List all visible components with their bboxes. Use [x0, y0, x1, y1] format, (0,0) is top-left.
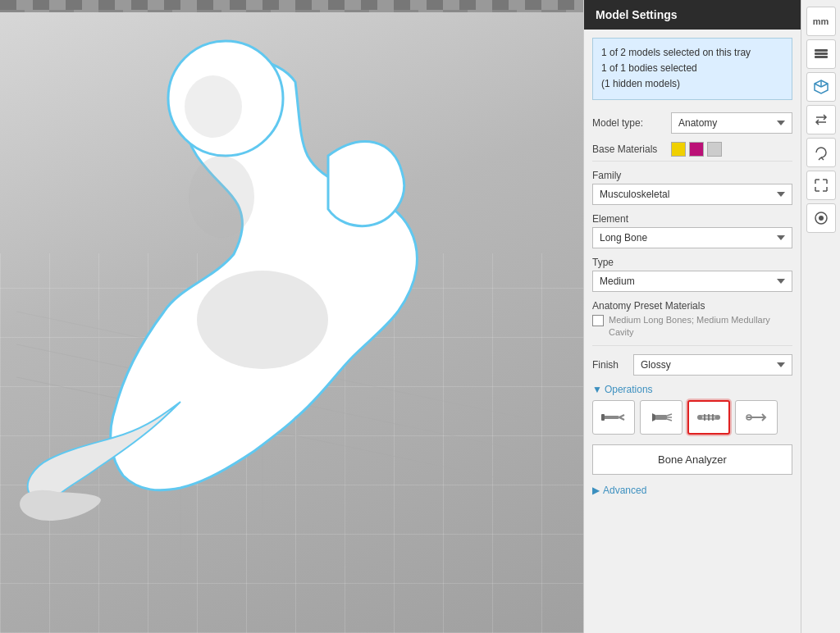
operations-header[interactable]: ▼ Operations: [592, 384, 792, 395]
operations-label: Operations: [605, 384, 653, 395]
element-dropdown[interactable]: Long Bone: [592, 227, 792, 248]
rotate-button[interactable]: [806, 138, 836, 167]
type-label: Type: [592, 257, 792, 268]
divider2: [592, 345, 792, 346]
rotate-icon: [813, 144, 829, 161]
family-label: Family: [592, 170, 792, 181]
model-type-row: Model type: Anatomy: [584, 108, 801, 138]
element-row: Element Long Bone: [584, 210, 801, 253]
bone-analyzer-icon: [696, 408, 721, 426]
screw-op-button[interactable]: [592, 400, 635, 435]
triangle-down-icon: ▼: [592, 384, 602, 395]
operations-buttons: [592, 400, 792, 435]
screw-icon: [601, 408, 626, 426]
expand-button[interactable]: [806, 171, 836, 200]
layers-button[interactable]: [806, 39, 836, 69]
svg-rect-12: [601, 414, 605, 421]
units-button[interactable]: mm: [806, 7, 836, 36]
cut-icon: [744, 408, 769, 426]
mm-label: mm: [813, 16, 829, 26]
svg-rect-30: [815, 52, 828, 55]
layers-icon: [813, 46, 829, 62]
svg-point-21: [697, 415, 702, 420]
svg-line-33: [821, 84, 828, 87]
type-row: Type Medium: [584, 253, 801, 297]
preset-checkbox-row: Medium Long Bones; Medium Medullary Cavi…: [592, 314, 792, 339]
model-type-label: Model type:: [592, 117, 666, 129]
svg-rect-15: [655, 415, 667, 420]
svg-point-28: [748, 417, 750, 418]
cube-icon: [813, 79, 829, 95]
expand-icon: [813, 177, 829, 194]
right-toolbar: mm: [801, 0, 840, 633]
model-type-dropdown[interactable]: Anatomy: [671, 112, 792, 134]
svg-point-10: [185, 75, 242, 138]
divider1: [592, 161, 792, 162]
preset-description: Medium Long Bones; Medium Medullary Cavi…: [609, 314, 792, 339]
element-label: Element: [592, 213, 792, 225]
finish-row: Finish Glossy: [584, 351, 801, 382]
drill-op-button[interactable]: [640, 400, 682, 435]
svg-rect-29: [815, 56, 828, 58]
object-button[interactable]: [806, 203, 836, 233]
svg-rect-31: [815, 49, 828, 52]
selection-info: 1 of 2 models selected on this tray 1 of…: [592, 38, 792, 100]
color-swatch-magenta[interactable]: [689, 142, 704, 157]
panel-header: Model Settings: [584, 0, 801, 30]
swap-button[interactable]: [806, 105, 836, 134]
base-materials-label: Base Materials: [592, 143, 666, 155]
info-line2: 1 of 1 bodies selected: [601, 61, 783, 76]
color-swatches: [671, 142, 792, 157]
svg-line-14: [619, 417, 624, 420]
advanced-section[interactable]: ▶ Advanced: [584, 481, 801, 499]
info-line1: 1 of 2 models selected on this tray: [601, 45, 783, 61]
svg-point-22: [715, 415, 720, 420]
finish-dropdown[interactable]: Glossy: [633, 354, 792, 376]
bone-analyzer-button[interactable]: Bone Analyzer: [592, 444, 792, 475]
swap-icon: [813, 112, 829, 128]
type-dropdown[interactable]: Medium: [592, 271, 792, 292]
object-icon: [813, 210, 829, 226]
cut-op-button[interactable]: [735, 400, 778, 435]
color-swatch-yellow[interactable]: [671, 142, 686, 157]
svg-point-9: [189, 156, 254, 238]
svg-line-34: [815, 84, 821, 87]
svg-point-36: [819, 216, 824, 221]
bone-model: [16, 33, 525, 566]
panel-title: Model Settings: [596, 8, 678, 21]
color-swatch-gray[interactable]: [707, 142, 722, 157]
anatomy-preset-section: Anatomy Preset Materials Medium Long Bon…: [584, 297, 801, 346]
svg-line-18: [667, 419, 672, 421]
bone-analyzer-op-button[interactable]: [687, 400, 730, 435]
operations-section: ▼ Operations: [584, 382, 801, 441]
family-row: Family Musculoskeletal: [584, 166, 801, 210]
svg-point-8: [197, 271, 328, 369]
family-dropdown[interactable]: Musculoskeletal: [592, 184, 792, 205]
advanced-label: Advanced: [603, 485, 646, 496]
anatomy-preset-label: Anatomy Preset Materials: [592, 300, 792, 312]
cube-button[interactable]: [806, 72, 836, 102]
svg-line-16: [667, 414, 672, 416]
settings-panel: Model Settings 1 of 2 models selected on…: [583, 0, 801, 633]
svg-rect-11: [603, 416, 619, 419]
drill-icon: [649, 408, 673, 426]
preset-checkbox[interactable]: [592, 315, 604, 326]
3d-viewport[interactable]: [0, 0, 583, 633]
triangle-right-icon: ▶: [592, 485, 600, 496]
finish-label: Finish: [592, 359, 627, 371]
info-line3: (1 hidden models): [601, 76, 783, 92]
base-materials-row: Base Materials: [584, 138, 801, 161]
